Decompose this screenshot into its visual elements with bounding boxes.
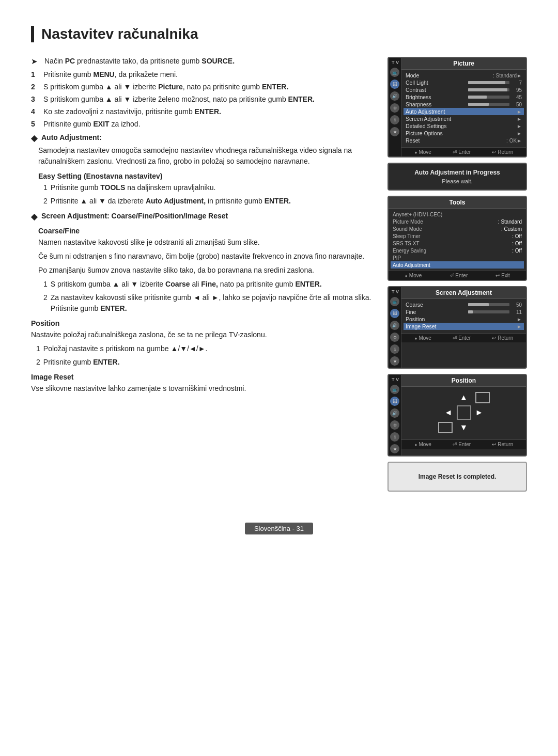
up-arrow-icon: ▲ — [460, 393, 468, 402]
screen-adjustment-header: ◆ Screen Adjustment: Coarse/Fine/Positio… — [31, 212, 372, 222]
reset-label: Reset — [406, 137, 506, 144]
pos-row-1: ▲ — [438, 392, 490, 403]
tv-icon-4: ⚙ — [390, 103, 399, 113]
auto-adj-line1: Auto Adjustment in Progress — [394, 169, 521, 176]
tools-row-autoadj: Auto Adjustment — [391, 261, 524, 269]
fine-bar-fill — [468, 310, 473, 313]
screen-row-position: Position ► — [406, 316, 522, 323]
position-panel-inner: Position ▲ ◄ — [401, 375, 526, 455]
contrast-bar-bg — [468, 88, 509, 91]
auto-adjustment-title: Auto Adjustment: — [41, 133, 102, 141]
brightness-bar: 45 — [468, 94, 522, 100]
pos-row-2: ◄ ► — [444, 405, 484, 420]
tv-icon-p6: ★ — [390, 444, 399, 453]
coarse-label-panel: Coarse — [406, 302, 468, 308]
intro-text: Način PC prednastavite tako, da pritisne… — [44, 57, 235, 65]
step-num-4: 4 — [31, 107, 39, 116]
sharpness-label: Sharpness — [406, 101, 468, 107]
celllight-val: 7 — [512, 80, 522, 86]
celllight-bar-fill — [468, 81, 505, 84]
tools-row-picturemode: Picture Mode : Standard — [393, 218, 522, 225]
fine-label-panel: Fine — [406, 309, 468, 315]
reset-arrow: ► — [517, 138, 522, 144]
tv-icon-s4: ⚙ — [390, 333, 399, 342]
picture-row-brightness: Brightness 45 — [406, 93, 522, 101]
page-footer: Slovenščina - 31 — [31, 523, 527, 534]
position-grid-area: ▲ ◄ ► — [406, 389, 522, 436]
tv-icon-s2: 🖼 — [390, 309, 399, 318]
screen-row-fine: Fine 11 — [406, 308, 522, 316]
coarse-step-2-text: Za nastavitev kakovosti slike pritisnite… — [51, 292, 372, 314]
screen-adjustment-title: Screen Adjustment: Coarse/Fine/Position/… — [41, 212, 228, 220]
footer-enter-1: ⏎ Enter — [453, 149, 471, 155]
easy-step-2: 2 Pritisnite ▲ ali ▼ da izberete Auto Ad… — [43, 196, 372, 207]
screenadj-label: Screen Adjustment — [406, 116, 517, 122]
sleeptimer-value: : Off — [512, 233, 522, 239]
coarse-step-num-1: 1 — [43, 279, 48, 290]
tools-footer-move: ⬧ Move — [405, 273, 422, 278]
footer-badge: Slovenščina - 31 — [245, 523, 313, 534]
easy-step-1: 1 Pritisnite gumb TOOLS na daljinskem up… — [43, 182, 372, 193]
screen-adj-panel: T V 📺 🖼 🔊 ⚙ ℹ ★ Screen Adjustment Coarse… — [388, 286, 527, 369]
sleeptimer-label: Sleep Timer — [393, 233, 420, 239]
left-arrow-icon: ◄ — [444, 408, 453, 417]
brightness-val: 45 — [512, 94, 522, 100]
tv-icon-s3: 🔊 — [390, 321, 399, 330]
tv-icon-2: 🖼 — [390, 80, 399, 89]
tools-panel-body: Anynet+ (HDMI-CEC) Picture Mode : Standa… — [389, 209, 526, 271]
image-reset-desc: Vse slikovne nastavitve lahko zamenjate … — [31, 383, 372, 394]
picture-row-detailed: Detailed Settings ► — [406, 122, 522, 130]
autoadj-arrow: ► — [517, 109, 522, 115]
step-1-text: Pritisnite gumb MENU, da prikažete meni. — [43, 70, 178, 78]
screen-footer-move: ⬧ Move — [414, 335, 431, 341]
soundmode-label: Sound Mode — [393, 226, 422, 232]
tools-panel-title: Tools — [389, 197, 526, 209]
soundmode-value: : Custom — [501, 226, 522, 232]
pip-label: PIP — [393, 255, 401, 261]
position-step-2: 2 Pritisnite gumb ENTER. — [36, 357, 372, 368]
picture-row-options: Picture Options ► — [406, 130, 522, 137]
mode-arrow: ► — [517, 73, 522, 78]
tv-icon-p1: 📺 — [390, 385, 399, 394]
tv-icon-p3: 🔊 — [390, 408, 399, 418]
down-arrow-icon: ▼ — [460, 423, 468, 432]
coarse-step-2: 2 Za nastavitev kakovosti slike pritisni… — [43, 292, 372, 314]
tv-icon-p4: ⚙ — [390, 420, 399, 430]
easy-step-2-text: Pritisnite ▲ ali ▼ da izberete Auto Adju… — [51, 196, 291, 207]
easy-step-num-1: 1 — [43, 182, 48, 193]
screen-adj-body: Coarse 50 Fine 11 Posi — [401, 299, 526, 333]
energy-label: Energy Saving — [393, 248, 426, 254]
arrow-icon: ➤ — [31, 57, 40, 66]
tools-row-srs: SRS TS XT : Off — [393, 240, 522, 247]
tools-row-pip: PIP — [393, 254, 522, 261]
screen-adj-title: Screen Adjustment — [401, 287, 526, 299]
image-reset-text: Image Reset is completed. — [419, 473, 497, 480]
tools-panel-footer: ⬧ Move ⏎ Enter ↩ Exit — [389, 271, 526, 280]
picture-panel-inner: Picture Mode : Standard ► Cell Light 7 — [401, 58, 526, 156]
content-area: ➤ Način PC prednastavite tako, da pritis… — [31, 57, 527, 492]
position-step-1: 1 Položaj nastavite s pritiskom na gumbe… — [36, 343, 372, 354]
tv-icons-strip-2: T V 📺 🖼 🔊 ⚙ ℹ ★ — [389, 287, 401, 368]
auto-adj-line2: Please wait. — [394, 178, 521, 184]
pos-down-arrow: ▼ — [457, 423, 471, 432]
coarse-fine-header: Coarse/Fine — [38, 227, 372, 235]
tools-footer-exit: ↩ Exit — [495, 273, 509, 278]
image-reset-panel: Image Reset is completed. — [388, 462, 527, 492]
tv-label-1: T V — [392, 60, 399, 65]
srs-value: : Off — [512, 241, 522, 246]
picture-panel-body: Mode : Standard ► Cell Light 7 Contrast — [401, 70, 526, 147]
position-desc: Nastavite položaj računalniškega zaslona… — [31, 329, 372, 340]
left-column: ➤ Način PC prednastavite tako, da pritis… — [31, 57, 372, 492]
celllight-bar-bg — [468, 81, 509, 84]
tools-row-sleeptimer: Sleep Timer : Off — [393, 232, 522, 240]
screen-footer-return: ↩ Return — [492, 335, 513, 341]
picture-panel-footer: ⬧ Move ⏎ Enter ↩ Return — [401, 147, 526, 156]
footer-move-1: ⬧ Move — [414, 149, 431, 155]
tv-icon-6: ★ — [390, 127, 399, 136]
coarse-step-1-text: S pritiskom gumba ▲ ali ▼ izberite Coars… — [51, 279, 322, 290]
picture-row-screenadj: Screen Adjustment ► — [406, 115, 522, 122]
fine-bar-container: 11 — [468, 309, 522, 315]
options-label: Picture Options — [406, 130, 517, 136]
celllight-bar: 7 — [468, 80, 522, 86]
tv-icon-3: 🔊 — [390, 91, 399, 101]
